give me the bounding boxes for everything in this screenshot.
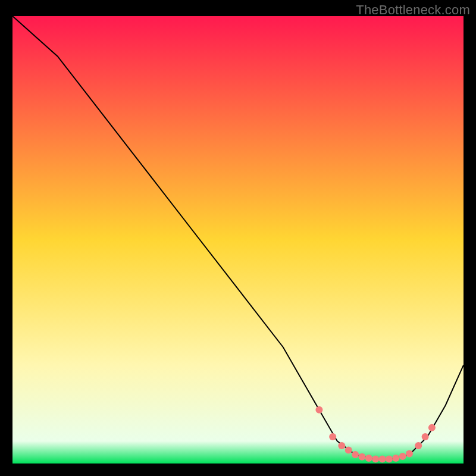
highlight-point bbox=[365, 455, 372, 462]
highlight-point bbox=[352, 451, 359, 458]
chart-canvas bbox=[0, 0, 476, 476]
highlight-point bbox=[415, 442, 422, 449]
highlight-point bbox=[359, 453, 366, 461]
highlight-point bbox=[399, 453, 406, 460]
highlight-point bbox=[386, 456, 393, 463]
highlight-point bbox=[428, 424, 436, 431]
highlight-point bbox=[422, 433, 429, 440]
highlight-point bbox=[329, 433, 336, 440]
watermark-text: TheBottleneck.com bbox=[356, 2, 470, 18]
highlight-point bbox=[315, 406, 322, 414]
highlight-point bbox=[379, 456, 386, 463]
highlight-point bbox=[372, 456, 379, 463]
highlight-point bbox=[392, 455, 399, 462]
highlight-point bbox=[406, 450, 413, 458]
highlight-point bbox=[345, 446, 352, 453]
chart-frame: TheBottleneck.com bbox=[0, 0, 476, 476]
plot-background bbox=[12, 16, 464, 464]
highlight-point bbox=[338, 442, 345, 449]
